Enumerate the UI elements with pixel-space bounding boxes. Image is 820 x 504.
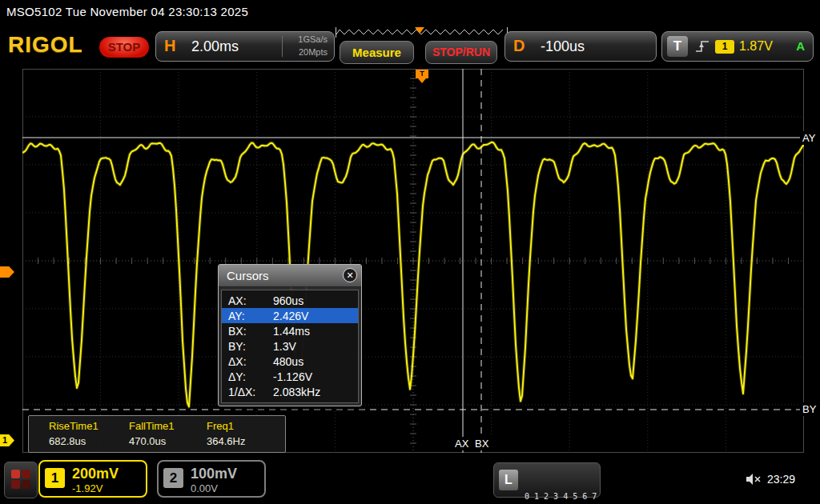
channel2-scale: 100mV bbox=[191, 466, 237, 482]
menu-grid-square bbox=[22, 470, 30, 478]
cursor-by-handle[interactable]: BY bbox=[800, 402, 818, 416]
trigger-position-marker[interactable]: T bbox=[416, 70, 428, 78]
measurement-value: 682.8us bbox=[49, 435, 98, 447]
digital-channel-numbers: 0 1 2 3 4 5 6 7 8 9 10 11 12 13 14 15 bbox=[525, 469, 625, 504]
trigger-level-marker[interactable] bbox=[0, 266, 14, 278]
cursor-row-value: 1.3V bbox=[273, 340, 296, 353]
menu-grid-square bbox=[11, 480, 20, 489]
close-icon[interactable]: ✕ bbox=[343, 268, 357, 282]
measure-button[interactable]: Measure bbox=[340, 41, 414, 64]
menu-grid-square bbox=[11, 470, 20, 478]
waveform-display-area[interactable] bbox=[22, 69, 804, 453]
cursor-row-label: BY: bbox=[228, 340, 273, 353]
cursor-row-label: ΔX: bbox=[228, 355, 273, 368]
sample-rate: 1GSa/s bbox=[298, 34, 328, 44]
panel-divider bbox=[282, 36, 283, 57]
trigger-panel[interactable]: T 1 1.87V A bbox=[661, 31, 814, 62]
ch1-trace-glow bbox=[22, 142, 804, 407]
cursors-popup-titlebar[interactable]: Cursors ✕ bbox=[219, 265, 361, 287]
cursor-row-ay[interactable]: AY: 2.426V bbox=[222, 308, 358, 323]
cursor-row-dy[interactable]: ΔY: -1.126V bbox=[222, 369, 358, 384]
cursor-row-label: BX: bbox=[228, 325, 273, 338]
cursor-row-label: 1/ΔX: bbox=[228, 386, 273, 398]
cursor-bx-handle[interactable]: BX bbox=[472, 437, 492, 450]
cursors-popup-body: AX: 960us AY: 2.426V BX: 1.44ms BY: 1.3V… bbox=[221, 290, 359, 403]
measurement-label: Freq1 bbox=[207, 420, 245, 432]
cursor-row-by[interactable]: BY: 1.3V bbox=[222, 338, 358, 354]
horizontal-label: H bbox=[164, 37, 175, 55]
cursor-row-label: ΔY: bbox=[228, 370, 273, 383]
clock: 23:29 bbox=[767, 473, 795, 486]
channel1-offset: -1.92V bbox=[72, 482, 102, 494]
trigger-mode: A bbox=[796, 39, 805, 53]
measurement-value: 364.6Hz bbox=[207, 435, 245, 447]
cursor-row-ax[interactable]: AX: 960us bbox=[222, 293, 358, 308]
cursor-row-value: 2.083kHz bbox=[273, 386, 320, 398]
memory-depth: 20Mpts bbox=[299, 47, 328, 57]
trigger-level-value: 1.87V bbox=[739, 39, 773, 54]
cursor-row-dx[interactable]: ΔX: 480us bbox=[222, 354, 358, 369]
measurement-readout-panel: RiseTime1 682.8us FallTime1 470.0us Freq… bbox=[28, 415, 286, 453]
trigger-label: T bbox=[667, 36, 688, 57]
cursors-popup-title: Cursors bbox=[227, 269, 269, 282]
delay-value: -100us bbox=[541, 38, 585, 55]
cursor-row-inv-dx[interactable]: 1/ΔX: 2.083kHz bbox=[222, 384, 358, 399]
horizontal-timebase-panel[interactable]: H 2.00ms 1GSa/s 20Mpts bbox=[155, 31, 335, 62]
digital-channels-row1: 0 1 2 3 4 5 6 7 bbox=[525, 491, 625, 502]
cursor-row-bx[interactable]: BX: 1.44ms bbox=[222, 323, 358, 338]
menu-grid-square bbox=[22, 480, 30, 489]
cursor-ax-handle[interactable]: AX bbox=[452, 437, 472, 450]
measurement-item: Freq1 364.6Hz bbox=[207, 420, 245, 447]
cursor-row-label: AX: bbox=[228, 294, 273, 307]
menu-grid-button[interactable] bbox=[4, 462, 38, 498]
stop-run-button[interactable]: STOP/RUN bbox=[425, 41, 497, 64]
trigger-slope-icon bbox=[694, 38, 710, 54]
timebase-value: 2.00ms bbox=[191, 38, 239, 55]
measurement-label: FallTime1 bbox=[129, 420, 175, 432]
measurement-item: FallTime1 470.0us bbox=[129, 420, 175, 447]
rigol-logo: RIGOL bbox=[8, 32, 83, 58]
cursor-ay-handle[interactable]: AY bbox=[800, 131, 818, 145]
cursor-row-value: -1.126V bbox=[273, 370, 312, 383]
channel1-scale: 200mV bbox=[72, 466, 119, 482]
cursor-row-value: 2.426V bbox=[273, 310, 308, 322]
delay-label: D bbox=[513, 37, 525, 55]
channel2-badge: 2 bbox=[163, 468, 183, 488]
cursor-row-value: 480us bbox=[273, 355, 303, 368]
measurement-item: RiseTime1 682.8us bbox=[49, 420, 98, 447]
oscilloscope-screen: MSO5102 Tue November 04 23:30:13 2025 RI… bbox=[0, 0, 820, 504]
logic-analyzer-block[interactable]: L 0 1 2 3 4 5 6 7 8 9 10 11 12 13 14 15 bbox=[493, 462, 601, 498]
cursors-popup: Cursors ✕ AX: 960us AY: 2.426V BX: 1.44m… bbox=[218, 264, 362, 406]
channel2-block[interactable]: 2 100mV 0.00V bbox=[157, 460, 266, 498]
channel1-block[interactable]: 1 200mV -1.92V bbox=[38, 460, 147, 498]
cursor-row-value: 960us bbox=[273, 294, 303, 307]
trigger-source-badge: 1 bbox=[715, 40, 734, 54]
memory-position-strip[interactable] bbox=[335, 26, 508, 38]
cursor-row-value: 1.44ms bbox=[273, 325, 310, 338]
speaker-muted-icon[interactable] bbox=[746, 473, 762, 486]
memory-strip-canvas bbox=[335, 26, 508, 38]
cursor-row-label: AY: bbox=[228, 310, 273, 322]
channel2-offset: 0.00V bbox=[191, 482, 218, 494]
channel1-badge: 1 bbox=[45, 468, 65, 488]
scope-canvas bbox=[22, 69, 804, 453]
delay-panel[interactable]: D -100us bbox=[504, 31, 657, 62]
channel1-offset-marker[interactable]: 1 bbox=[0, 434, 14, 446]
logic-analyzer-badge: L bbox=[499, 470, 518, 490]
measurement-value: 470.0us bbox=[129, 435, 175, 447]
model-and-datetime: MSO5102 Tue November 04 23:30:13 2025 bbox=[6, 5, 248, 18]
measurement-label: RiseTime1 bbox=[49, 420, 98, 432]
acquisition-status-badge: STOP bbox=[99, 37, 149, 58]
